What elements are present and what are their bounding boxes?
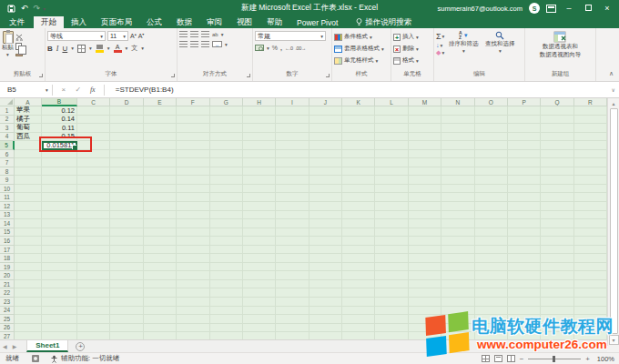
cell-G17[interactable] bbox=[210, 246, 243, 255]
cell-R18[interactable] bbox=[574, 254, 607, 263]
cell-C26[interactable] bbox=[77, 324, 110, 333]
cell-H27[interactable] bbox=[243, 332, 276, 339]
cell-O16[interactable] bbox=[475, 237, 508, 246]
cell-P8[interactable] bbox=[508, 167, 541, 177]
cell-L22[interactable] bbox=[375, 288, 408, 298]
cell-E13[interactable] bbox=[144, 211, 177, 220]
tab-file[interactable]: 文件 bbox=[0, 16, 34, 28]
tab-home[interactable]: 开始 bbox=[34, 16, 64, 28]
cell-L5[interactable] bbox=[375, 141, 408, 150]
cell-P11[interactable] bbox=[508, 193, 541, 202]
cell-R11[interactable] bbox=[574, 193, 607, 202]
cell-K13[interactable] bbox=[342, 211, 375, 220]
autosum-dropdown-icon[interactable]: ▾ bbox=[442, 34, 445, 39]
cell-Q25[interactable] bbox=[541, 315, 573, 324]
cell-G12[interactable] bbox=[210, 202, 243, 211]
cell-G27[interactable] bbox=[210, 332, 243, 339]
cell-C12[interactable] bbox=[77, 202, 110, 211]
cell-N13[interactable] bbox=[441, 211, 474, 220]
cell-H11[interactable] bbox=[243, 193, 276, 202]
cell-D11[interactable] bbox=[110, 193, 143, 202]
cell-F1[interactable] bbox=[177, 106, 209, 116]
cell-G5[interactable] bbox=[210, 141, 243, 150]
cell-E22[interactable] bbox=[144, 288, 177, 298]
cell-E3[interactable] bbox=[144, 124, 177, 133]
cell-A8[interactable] bbox=[15, 167, 42, 177]
cell-A9[interactable] bbox=[15, 176, 42, 185]
cell-N7[interactable] bbox=[441, 158, 474, 167]
cell-B11[interactable] bbox=[42, 193, 77, 202]
cell-J5[interactable] bbox=[310, 141, 342, 150]
row-header-8[interactable]: 8 bbox=[0, 167, 15, 177]
align-middle-icon[interactable] bbox=[190, 31, 198, 37]
cell-E11[interactable] bbox=[144, 193, 177, 202]
cell-K2[interactable] bbox=[342, 116, 375, 125]
cell-Q2[interactable] bbox=[541, 116, 573, 125]
cell-C8[interactable] bbox=[77, 167, 110, 177]
cell-I8[interactable] bbox=[276, 167, 309, 177]
scroll-down-icon[interactable]: ▾ bbox=[609, 335, 619, 345]
cell-H24[interactable] bbox=[243, 307, 276, 316]
cell-M1[interactable] bbox=[409, 106, 441, 116]
cell-O14[interactable] bbox=[475, 219, 508, 228]
cell-O21[interactable] bbox=[475, 280, 508, 289]
cell-E2[interactable] bbox=[144, 116, 177, 125]
orientation-icon[interactable]: ab bbox=[212, 32, 218, 37]
cell-Q15[interactable] bbox=[541, 228, 573, 238]
cell-G24[interactable] bbox=[210, 307, 243, 316]
cell-H26[interactable] bbox=[243, 324, 276, 333]
cell-H21[interactable] bbox=[243, 280, 276, 289]
font-size-combo[interactable]: 11▾ bbox=[107, 31, 128, 41]
cell-C13[interactable] bbox=[77, 211, 110, 220]
tab-formulas[interactable]: 公式 bbox=[139, 16, 169, 28]
cell-N12[interactable] bbox=[441, 202, 474, 211]
cell-I26[interactable] bbox=[276, 324, 309, 333]
cell-M15[interactable] bbox=[409, 228, 441, 238]
cell-B7[interactable] bbox=[42, 158, 77, 167]
cell-M21[interactable] bbox=[409, 280, 441, 289]
cell-J13[interactable] bbox=[310, 211, 342, 220]
sort-filter-button[interactable]: AZ▼ 排序和筛选 ▾ bbox=[446, 31, 481, 54]
cell-M11[interactable] bbox=[409, 193, 441, 202]
cell-Q8[interactable] bbox=[541, 167, 573, 177]
zoom-out-icon[interactable]: − bbox=[520, 355, 524, 363]
cell-E5[interactable] bbox=[144, 141, 177, 150]
cell-L7[interactable] bbox=[375, 158, 408, 167]
cell-A6[interactable] bbox=[15, 150, 42, 159]
cell-A17[interactable] bbox=[15, 246, 42, 255]
cell-H20[interactable] bbox=[243, 271, 276, 280]
paste-button[interactable]: 粘贴 ▾ bbox=[2, 31, 14, 57]
vertical-scrollbar[interactable]: ▴ ▾ bbox=[607, 98, 619, 346]
cell-H5[interactable] bbox=[243, 141, 276, 150]
cell-P20[interactable] bbox=[508, 271, 541, 280]
cell-K12[interactable] bbox=[342, 202, 375, 211]
cell-P18[interactable] bbox=[508, 254, 541, 263]
cell-J7[interactable] bbox=[310, 158, 342, 167]
cancel-icon[interactable]: × bbox=[56, 86, 71, 94]
cell-C17[interactable] bbox=[77, 246, 110, 255]
cell-F13[interactable] bbox=[177, 211, 209, 220]
row-header-14[interactable]: 14 bbox=[0, 219, 15, 228]
cell-D19[interactable] bbox=[110, 263, 143, 272]
shrink-font-button[interactable]: A▾ bbox=[138, 32, 145, 39]
cut-icon[interactable] bbox=[15, 34, 24, 41]
cell-K22[interactable] bbox=[342, 288, 375, 298]
account-email[interactable]: summerain67@outlook.com bbox=[438, 5, 523, 13]
cell-K15[interactable] bbox=[342, 228, 375, 238]
cell-L8[interactable] bbox=[375, 167, 408, 177]
cell-E25[interactable] bbox=[144, 315, 177, 324]
cell-F6[interactable] bbox=[177, 150, 209, 159]
clear-dropdown-icon[interactable]: ▾ bbox=[441, 50, 444, 56]
cell-P22[interactable] bbox=[508, 288, 541, 298]
name-box-dropdown-icon[interactable]: ▾ bbox=[46, 87, 48, 93]
delete-cells-button[interactable]: × 删除 ▾ bbox=[393, 43, 431, 55]
cell-L18[interactable] bbox=[375, 254, 408, 263]
cell-F18[interactable] bbox=[177, 254, 209, 263]
cell-M9[interactable] bbox=[409, 176, 441, 185]
zoom-slider-thumb[interactable] bbox=[553, 356, 555, 362]
column-header-D[interactable]: D bbox=[110, 98, 143, 106]
cell-B25[interactable] bbox=[42, 315, 77, 324]
font-name-combo[interactable]: 等线▾ bbox=[47, 31, 106, 41]
cell-K10[interactable] bbox=[342, 185, 375, 194]
cell-E4[interactable] bbox=[144, 133, 177, 142]
